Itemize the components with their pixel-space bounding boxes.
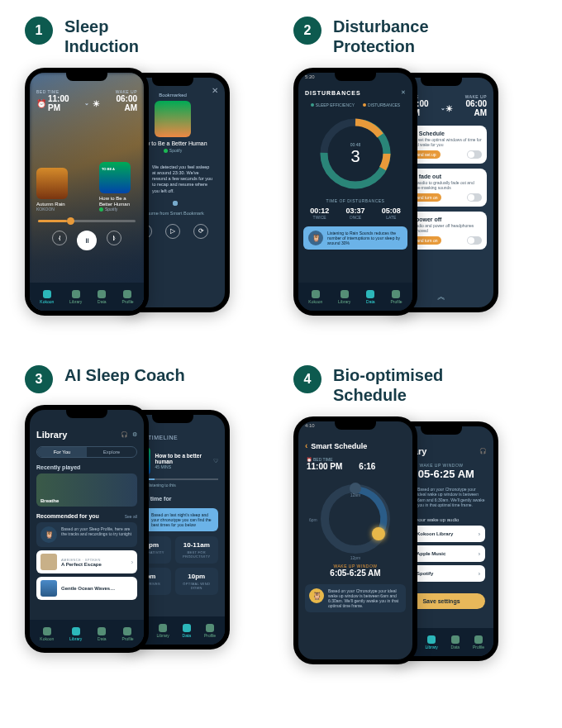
feature-number-badge: 1 xyxy=(25,17,53,45)
stats-label: TIME OF DISTURBANCES xyxy=(298,198,412,203)
recent-track-card[interactable]: Breathe xyxy=(36,473,137,507)
tab-bar: Kokoon Library Data Profile xyxy=(30,620,144,648)
feature-disturbance-protection: 2 Disturbance Protection BED TIME ⏰11:00… xyxy=(293,17,537,324)
back-button[interactable]: ‹ xyxy=(305,441,307,450)
tab-library[interactable]: Library xyxy=(338,290,350,304)
expand-icon[interactable]: ︽ xyxy=(437,291,445,302)
phone-mockup-front: 5:20 DISTURBANCES ✕ SLEEP EFFICIENCY DIS… xyxy=(293,68,417,316)
tab-kokoon[interactable]: Kokoon xyxy=(40,290,54,304)
tab-kokoon[interactable]: Kokoon xyxy=(40,627,54,641)
device-icon[interactable]: 🎧 xyxy=(121,431,128,438)
feature-title: Disturbance Protection xyxy=(333,17,429,56)
tab-library[interactable]: Library xyxy=(69,290,82,304)
bed-time-display[interactable]: BED TIME ⏰11:00 PM⌄ xyxy=(36,89,89,112)
tab-profile[interactable]: Profile xyxy=(121,627,133,641)
chevron-right-icon: › xyxy=(479,571,480,577)
heart-icon[interactable]: ♡ xyxy=(213,458,218,464)
phone-mockup-front: 4:10 ‹ Smart Schedule ⏰BED TIME 11:00 PM… xyxy=(293,416,417,664)
tip-card[interactable]: 🦉 Listening to Rain Sounds reduces the n… xyxy=(303,226,407,250)
wake-window-value: 6:05-6:25 AM xyxy=(298,569,412,578)
see-all-link[interactable]: See all xyxy=(125,514,137,519)
screen-title: Smart Schedule xyxy=(311,442,367,450)
chart-legend: SLEEP EFFICIENCY DISTURBANCES xyxy=(298,102,412,107)
chevron-down-icon: ⌄ xyxy=(84,100,89,107)
feature-title: AI Sleep Coach xyxy=(64,365,185,385)
feature-title: Sleep Induction xyxy=(64,17,139,56)
disturbance-ring-chart: 00:48 3 xyxy=(314,112,397,195)
bed-time-display[interactable]: ⏰BED TIME 11:00 PM xyxy=(307,457,342,471)
queued-track-card[interactable]: How to Be a Better Human Spotify xyxy=(99,162,137,212)
device-icon[interactable]: 🎧 xyxy=(479,448,487,454)
time-suggestion[interactable]: 10pmOPTIMAL WIND DOWN xyxy=(175,568,219,595)
play-button[interactable]: ▷ xyxy=(165,224,180,239)
chevron-right-icon: › xyxy=(479,551,480,557)
tab-explore[interactable]: Explore xyxy=(87,447,136,457)
recommendation-item[interactable]: AMBIENCE · SPOKENA Perfect Escape › xyxy=(36,550,137,573)
status-time: 4:10 xyxy=(305,423,315,431)
tab-data[interactable]: Data xyxy=(183,624,192,638)
album-art xyxy=(155,101,191,137)
feature-number-badge: 4 xyxy=(293,365,321,393)
prev-button[interactable]: ⦉ xyxy=(52,231,67,245)
phone-mockup-front: BED TIME ⏰11:00 PM⌄ WAKE UP ☀06:00 AM Au… xyxy=(25,68,149,316)
tab-for-you[interactable]: For You xyxy=(37,447,87,457)
toggle-switch[interactable] xyxy=(467,193,482,202)
tab-bar: Kokoon Library Data Profile xyxy=(298,283,412,311)
pause-button[interactable]: ⏸ xyxy=(77,231,97,250)
close-icon[interactable]: ✕ xyxy=(401,89,406,96)
resume-label: Resume from Smart Bookmark xyxy=(141,211,204,216)
feature-ai-sleep-coach: 3 AI Sleep Coach OUND TIMELINE How to be… xyxy=(25,365,269,673)
phone-mockup-front: Library 🎧⚙ For You Explore Recently play… xyxy=(25,405,149,653)
track-thumbnail xyxy=(40,580,57,597)
wake-time-display[interactable]: WAKE UP ☀06:00 AM xyxy=(445,94,487,117)
progress-slider[interactable] xyxy=(38,220,136,222)
recommendation-intro: 🦉 Based on your Sleep Profile, here are … xyxy=(36,522,137,547)
schedule-clock[interactable]: 12am 6pm 12pm xyxy=(314,478,397,560)
now-playing-card[interactable]: Autumn Rain KOKOON xyxy=(36,168,74,212)
chronotype-note: 🦉 Based on your Chronotype your ideal wa… xyxy=(305,584,406,612)
tab-data[interactable]: Data xyxy=(98,627,107,641)
status-time: 5:20 xyxy=(305,74,315,83)
stat-item: 03:37ONCE xyxy=(345,207,364,220)
chronotype-message: Based on your Chronotype your ideal wake… xyxy=(417,487,485,507)
time-suggestion[interactable]: 10-11amBEST FOR PRODUCTIVITY xyxy=(175,536,219,564)
tab-profile[interactable]: Profile xyxy=(473,635,484,649)
settings-icon[interactable]: ⚙ xyxy=(132,431,137,438)
recommendation-item[interactable]: Gentle Ocean Waves… xyxy=(36,577,137,600)
tab-kokoon[interactable]: Kokoon xyxy=(308,290,322,304)
spotify-icon xyxy=(164,149,168,153)
coach-avatar: 🦉 xyxy=(309,588,324,603)
bookmarked-label: Bookmarked xyxy=(159,93,187,98)
tab-profile[interactable]: Profile xyxy=(204,624,216,638)
feature-sleep-induction: 1 Sleep Induction ✕ Bookmarked How to Be… xyxy=(25,17,269,324)
track-source: Spotify xyxy=(164,148,182,153)
detection-message: We detected you feel asleep at around 23… xyxy=(152,164,213,194)
tab-library[interactable]: Library xyxy=(69,627,82,641)
toggle-switch[interactable] xyxy=(467,236,482,245)
feature-title: Bio-optimised Schedule xyxy=(333,365,443,405)
spotify-icon xyxy=(99,207,103,212)
next-button[interactable]: ⦊ xyxy=(107,231,121,245)
coach-avatar: 🦉 xyxy=(40,526,57,543)
tab-bar: Kokoon Library Data Profile xyxy=(30,283,144,311)
tab-library[interactable]: Library xyxy=(157,624,169,638)
forward-button[interactable]: ⟳ xyxy=(193,224,208,239)
tab-profile[interactable]: Profile xyxy=(390,290,402,304)
chevron-right-icon: › xyxy=(131,559,133,565)
toggle-switch[interactable] xyxy=(467,150,482,159)
close-icon[interactable]: ✕ xyxy=(212,86,218,95)
recently-played-title: Recently played xyxy=(36,464,137,470)
tab-data[interactable]: Data xyxy=(451,635,460,649)
disturbance-count: 3 xyxy=(350,147,360,166)
feature-number-badge: 3 xyxy=(25,365,53,393)
wake-time-partial: 6:16 xyxy=(359,457,375,471)
tab-profile[interactable]: Profile xyxy=(121,290,133,304)
tab-data[interactable]: Data xyxy=(98,290,107,304)
recommended-title: Recommended for you xyxy=(36,513,99,519)
tab-data[interactable]: Data xyxy=(366,290,375,304)
screen-title: DISTURBANCES xyxy=(305,90,361,96)
wake-time-display[interactable]: WAKE UP ☀06:00 AM xyxy=(93,89,137,112)
feature-bio-schedule: 4 Bio-optimised Schedule Library 🎧 WAKE … xyxy=(293,365,537,673)
tab-library[interactable]: Library xyxy=(426,635,438,649)
stat-item: 05:08LATE xyxy=(382,207,401,220)
